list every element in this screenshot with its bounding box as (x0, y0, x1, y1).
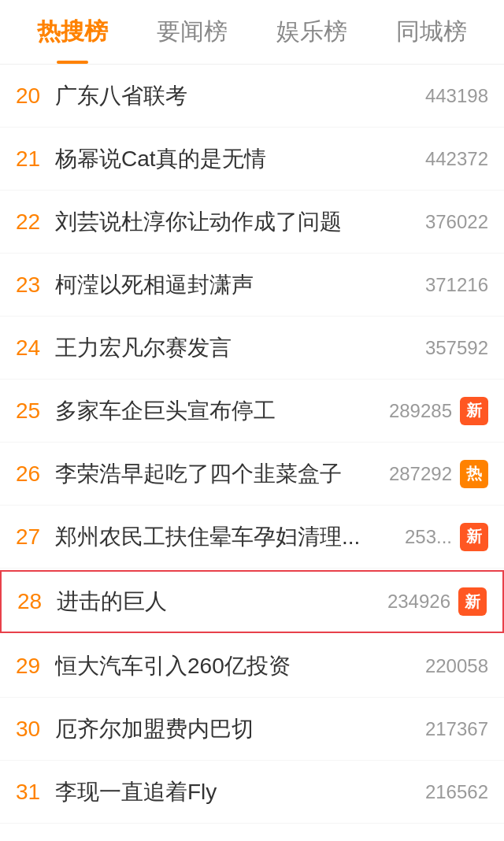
item-title: 李现一直追着Fly (55, 777, 417, 807)
list-container: 20广东八省联考44319821杨幂说Cat真的是无情44237222刘芸说杜淳… (0, 65, 504, 841)
item-count: 371216 (425, 274, 488, 296)
item-count: 253... (405, 526, 452, 548)
item-title: 柯滢以死相逼封潇声 (55, 270, 417, 300)
list-item[interactable]: 22刘芸说杜淳你让动作成了问题376022 (0, 191, 504, 254)
list-item[interactable]: 23柯滢以死相逼封潇声371216 (0, 254, 504, 317)
list-item[interactable]: 29恒大汽车引入260亿投资220058 (0, 635, 504, 698)
list-item[interactable]: 31李现一直追着Fly216562 (0, 761, 504, 824)
list-item[interactable]: 27郑州农民工扶住晕车孕妇清理...253...新 (0, 506, 504, 569)
rank-number: 30 (16, 717, 55, 742)
rank-number: 25 (16, 398, 55, 424)
tab-news[interactable]: 要闻榜 (132, 0, 252, 64)
item-count: 287292 (389, 463, 452, 485)
item-count: 234926 (387, 591, 450, 613)
tab-local[interactable]: 同城榜 (372, 0, 491, 64)
item-title: 杨幂说Cat真的是无情 (55, 144, 417, 174)
list-item[interactable]: 26李荣浩早起吃了四个韭菜盒子287292热 (0, 443, 504, 506)
item-badge-hot: 热 (460, 460, 488, 488)
list-item[interactable]: 30厄齐尔加盟费内巴切217367 (0, 698, 504, 761)
list-item[interactable]: 21杨幂说Cat真的是无情442372 (0, 128, 504, 191)
rank-number: 27 (16, 524, 55, 550)
list-item[interactable]: 25多家车企巨头宣布停工289285新 (0, 380, 504, 443)
list-item[interactable]: 28进击的巨人234926新 (0, 570, 504, 633)
rank-number: 21 (16, 146, 55, 172)
item-badge-new: 新 (458, 587, 487, 616)
item-count: 443198 (425, 85, 488, 107)
item-title: 恒大汽车引入260亿投资 (55, 651, 417, 681)
item-count: 216562 (425, 781, 488, 803)
list-item[interactable]: 24王力宏凡尔赛发言357592 (0, 317, 504, 380)
item-title: 李荣浩早起吃了四个韭菜盒子 (55, 459, 381, 489)
list-item[interactable]: 32房琪212696新 (0, 824, 504, 841)
item-title: 多家车企巨头宣布停工 (55, 396, 381, 426)
list-item[interactable]: 20广东八省联考443198 (0, 65, 504, 128)
item-title: 厄齐尔加盟费内巴切 (55, 714, 417, 744)
tabs-container: 热搜榜要闻榜娱乐榜同城榜 (0, 0, 504, 65)
rank-number: 26 (16, 461, 55, 487)
item-title: 刘芸说杜淳你让动作成了问题 (55, 207, 417, 237)
item-badge-new: 新 (460, 523, 488, 551)
rank-number: 31 (16, 780, 55, 805)
item-count: 289285 (389, 400, 452, 422)
item-title: 进击的巨人 (57, 587, 380, 617)
item-title: 广东八省联考 (55, 81, 417, 111)
item-title: 王力宏凡尔赛发言 (55, 333, 417, 363)
tab-hot[interactable]: 热搜榜 (13, 0, 132, 64)
rank-number: 20 (16, 83, 55, 109)
rank-number: 22 (16, 209, 55, 235)
rank-number: 28 (17, 589, 57, 614)
item-badge-new: 新 (460, 397, 488, 425)
rank-number: 24 (16, 335, 55, 361)
rank-number: 23 (16, 272, 55, 298)
item-title: 郑州农民工扶住晕车孕妇清理... (55, 522, 397, 552)
item-count: 442372 (425, 148, 488, 170)
item-count: 220058 (425, 655, 488, 677)
item-count: 357592 (425, 337, 488, 359)
rank-number: 29 (16, 654, 55, 679)
item-count: 217367 (425, 718, 488, 740)
item-count: 376022 (425, 211, 488, 233)
tab-entertainment[interactable]: 娱乐榜 (252, 0, 372, 64)
